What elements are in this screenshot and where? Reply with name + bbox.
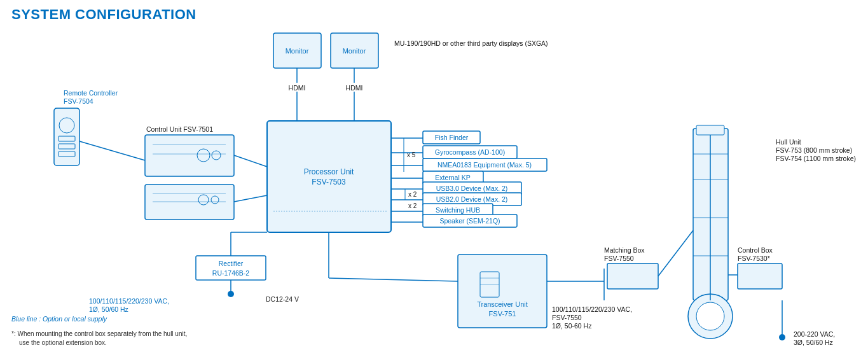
svg-text:Control Unit FSV-7501: Control Unit FSV-7501 (146, 125, 213, 133)
diagram-svg: Monitor Monitor HDMI HDMI MU-190/190HD o… (0, 27, 868, 364)
svg-rect-96 (696, 125, 724, 135)
diagram-area: Monitor Monitor HDMI HDMI MU-190/190HD o… (0, 27, 868, 364)
svg-text:Control Box: Control Box (738, 246, 773, 254)
svg-text:DC12-24 V: DC12-24 V (266, 295, 299, 303)
svg-text:1Ø, 50/60 Hz: 1Ø, 50/60 Hz (89, 305, 128, 313)
svg-rect-11 (267, 121, 391, 232)
svg-text:Hull Unit: Hull Unit (776, 138, 801, 146)
svg-text:1Ø, 50-60 Hz: 1Ø, 50-60 Hz (552, 322, 591, 330)
svg-line-21 (234, 155, 267, 167)
svg-text:FSV-7503: FSV-7503 (312, 178, 346, 186)
svg-text:100/110/115/220/230 VAC,: 100/110/115/220/230 VAC, (89, 297, 169, 305)
svg-text:HDMI: HDMI (346, 84, 363, 92)
svg-text:Matching Box: Matching Box (604, 246, 645, 254)
svg-text:Transceiver Unit: Transceiver Unit (477, 300, 528, 308)
svg-text:x 5: x 5 (407, 151, 416, 158)
svg-text:FSV-7504: FSV-7504 (64, 97, 93, 105)
svg-text:USB2.0 Device (Max. 2): USB2.0 Device (Max. 2) (436, 195, 508, 203)
svg-text:FSV-7550: FSV-7550 (604, 255, 634, 262)
svg-text:Switching HUB: Switching HUB (436, 206, 480, 214)
svg-text:200-220 VAC,: 200-220 VAC, (794, 330, 835, 338)
svg-text:RU-1746B-2: RU-1746B-2 (212, 269, 250, 277)
svg-line-29 (79, 141, 145, 160)
page-title: SYSTEM CONFIGURATION (0, 0, 868, 27)
svg-line-82 (329, 278, 458, 281)
svg-rect-103 (738, 263, 782, 289)
svg-text:HDMI: HDMI (289, 84, 306, 92)
svg-text:FSV-7550: FSV-7550 (552, 314, 582, 321)
svg-text:FSV-7530*: FSV-7530* (738, 255, 770, 262)
svg-text:Monitor: Monitor (286, 47, 309, 55)
svg-text:3Ø, 50/60 Hz: 3Ø, 50/60 Hz (794, 339, 833, 346)
svg-point-94 (696, 302, 724, 330)
svg-line-100 (658, 230, 693, 276)
footnote-line1: *: When mounting the control box separat… (11, 330, 187, 337)
svg-point-69 (228, 291, 234, 297)
svg-text:Gyrocompass (AD-100): Gyrocompass (AD-100) (435, 148, 505, 156)
svg-text:Processor Unit: Processor Unit (304, 167, 354, 176)
svg-text:x 2: x 2 (408, 191, 417, 198)
svg-text:Fish Finder: Fish Finder (435, 134, 469, 141)
svg-rect-99 (607, 263, 658, 289)
svg-text:FSV-754 (1100 mm stroke): FSV-754 (1100 mm stroke) (776, 155, 856, 162)
svg-text:MU-190/190HD or other third pa: MU-190/190HD or other third party displa… (394, 39, 548, 47)
svg-text:External KP: External KP (435, 174, 470, 181)
blue-line-note: Blue line : Option or local supply (11, 315, 107, 323)
svg-text:100/110/115/220/230 VAC,: 100/110/115/220/230 VAC, (552, 305, 632, 313)
svg-text:Remote Controller: Remote Controller (64, 89, 118, 97)
svg-rect-30 (145, 185, 234, 220)
svg-text:Rectifier: Rectifier (219, 260, 244, 267)
svg-text:Monitor: Monitor (343, 47, 366, 55)
svg-text:NMEA0183 Equipment (Max. 5): NMEA0183 Equipment (Max. 5) (437, 161, 532, 169)
svg-point-108 (779, 334, 785, 340)
svg-text:FSV-751: FSV-751 (489, 310, 516, 318)
svg-text:FSV-753 (800 mm stroke): FSV-753 (800 mm stroke) (776, 146, 852, 154)
svg-text:x 2: x 2 (408, 202, 417, 209)
svg-text:Speaker (SEM-21Q): Speaker (SEM-21Q) (439, 217, 500, 225)
svg-text:USB3.0 Device (Max. 2): USB3.0 Device (Max. 2) (436, 185, 508, 192)
footnote-line2: use the optional extension box. (19, 339, 107, 346)
svg-line-35 (234, 195, 267, 202)
